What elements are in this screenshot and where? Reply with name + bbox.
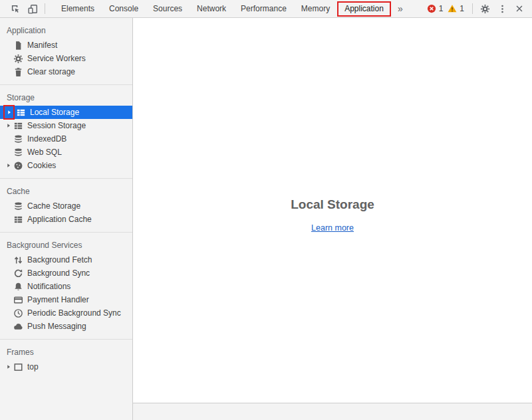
sidebar-item-label: Service Workers	[27, 54, 86, 63]
sidebar-item-web-sql[interactable]: Web SQL	[0, 146, 132, 159]
menu-dots-icon[interactable]	[493, 0, 511, 17]
toolbar-divider	[45, 3, 45, 14]
page-title: Local Storage	[133, 197, 532, 212]
sidebar-item-cookies[interactable]: Cookies	[0, 159, 132, 172]
sidebar-item-session-storage[interactable]: Session Storage	[0, 119, 132, 132]
sidebar-item-label: Notifications	[27, 282, 70, 291]
manifest-file-icon	[13, 41, 23, 51]
cloud-icon	[13, 322, 23, 332]
table-icon	[13, 215, 23, 225]
table-icon	[16, 108, 26, 118]
section-background-services: Background Services Background Fetch Bac…	[0, 233, 132, 340]
settings-gear-icon[interactable]	[476, 0, 493, 17]
sidebar-item-service-workers[interactable]: Service Workers	[0, 52, 132, 65]
sync-icon	[13, 268, 23, 278]
sidebar-item-label: Background Sync	[27, 268, 90, 278]
section-cache: Cache Cache Storage Application Cache	[0, 179, 132, 233]
sidebar-item-periodic-background-sync[interactable]: Periodic Background Sync	[0, 306, 132, 320]
sidebar-item-label: Periodic Background Sync	[27, 308, 121, 318]
tab-elements[interactable]: Elements	[54, 0, 102, 17]
trash-icon	[13, 67, 23, 77]
warning-badge[interactable]: 1	[448, 4, 464, 13]
toolbar-right: 1 1	[427, 0, 532, 17]
warning-count: 1	[460, 4, 464, 13]
inspect-element-icon[interactable]	[7, 0, 24, 17]
clock-icon	[13, 308, 23, 318]
database-icon	[13, 201, 23, 211]
section-title: Frames	[0, 340, 132, 360]
main-bottom-strip	[133, 403, 532, 420]
section-storage: Storage Local Storage Session Storage In…	[0, 85, 132, 179]
section-application: Application Manifest Service Workers Cle…	[0, 18, 132, 85]
sidebar-item-local-storage[interactable]: Local Storage	[0, 106, 132, 119]
sidebar-item-application-cache[interactable]: Application Cache	[0, 213, 132, 226]
sidebar-item-notifications[interactable]: Notifications	[0, 280, 132, 293]
sidebar-item-label: Cookies	[27, 161, 56, 170]
payment-card-icon	[13, 295, 23, 305]
sidebar-item-label: Application Cache	[27, 215, 92, 224]
chevron-right-icon[interactable]	[3, 364, 13, 370]
sidebar-item-label: Background Fetch	[27, 255, 92, 264]
local-storage-view: Local Storage Learn more	[133, 18, 532, 403]
sidebar-item-label: Push Messaging	[27, 322, 86, 331]
panel-tabs: Elements Console Sources Network Perform…	[54, 0, 410, 17]
section-title: Cache	[0, 179, 132, 199]
chevron-right-icon[interactable]	[3, 162, 13, 169]
chevron-right-icon[interactable]	[6, 109, 13, 116]
tab-sources[interactable]: Sources	[146, 0, 190, 17]
sidebar-item-label: Web SQL	[27, 148, 62, 157]
annotation-red-box	[3, 105, 15, 120]
fetch-arrows-icon	[13, 255, 23, 265]
devtools-toolbar: Elements Console Sources Network Perform…	[0, 0, 532, 18]
empty-state: Local Storage Learn more	[133, 197, 532, 233]
close-icon[interactable]	[511, 0, 528, 17]
main-panel: Local Storage Learn more	[133, 18, 532, 420]
frame-icon	[13, 362, 23, 372]
tab-application[interactable]: Application	[337, 1, 391, 17]
more-tabs-icon[interactable]: »	[391, 3, 410, 14]
section-title: Application	[0, 18, 132, 39]
cookie-icon	[13, 161, 23, 171]
database-icon	[13, 148, 23, 158]
tab-memory[interactable]: Memory	[294, 0, 337, 17]
sidebar-item-clear-storage[interactable]: Clear storage	[0, 65, 132, 78]
warning-icon	[448, 4, 457, 13]
sidebar-item-label: Cache Storage	[27, 201, 80, 211]
sidebar-item-label: top	[27, 362, 39, 371]
section-frames: Frames top	[0, 340, 132, 379]
application-sidebar: Application Manifest Service Workers Cle…	[0, 18, 133, 420]
error-count: 1	[439, 4, 444, 13]
table-icon	[13, 121, 23, 131]
sidebar-item-label: IndexedDB	[27, 134, 66, 144]
error-badge[interactable]: 1	[427, 4, 444, 13]
sidebar-item-push-messaging[interactable]: Push Messaging	[0, 320, 132, 333]
database-icon	[13, 134, 23, 144]
section-title: Storage	[0, 85, 132, 106]
toolbar-divider	[472, 3, 473, 14]
sidebar-item-label: Clear storage	[27, 67, 75, 76]
sidebar-item-payment-handler[interactable]: Payment Handler	[0, 293, 132, 306]
tab-console[interactable]: Console	[102, 0, 146, 17]
tab-performance[interactable]: Performance	[233, 0, 294, 17]
error-icon	[427, 4, 436, 13]
tab-network[interactable]: Network	[190, 0, 233, 17]
sidebar-item-label: Local Storage	[30, 108, 79, 117]
sidebar-item-top-frame[interactable]: top	[0, 360, 132, 373]
bell-icon	[13, 282, 23, 292]
learn-more-link[interactable]: Learn more	[311, 223, 354, 233]
sidebar-item-label: Manifest	[27, 41, 57, 50]
sidebar-item-manifest[interactable]: Manifest	[0, 39, 132, 52]
sidebar-item-label: Payment Handler	[27, 295, 89, 304]
gear-icon	[13, 54, 23, 64]
sidebar-item-cache-storage[interactable]: Cache Storage	[0, 199, 132, 213]
device-toolbar-icon[interactable]	[24, 0, 41, 17]
chevron-right-icon[interactable]	[3, 122, 13, 129]
sidebar-item-indexeddb[interactable]: IndexedDB	[0, 132, 132, 146]
sidebar-item-background-sync[interactable]: Background Sync	[0, 266, 132, 280]
section-title: Background Services	[0, 233, 132, 253]
sidebar-item-label: Session Storage	[27, 121, 86, 130]
sidebar-item-background-fetch[interactable]: Background Fetch	[0, 253, 132, 266]
